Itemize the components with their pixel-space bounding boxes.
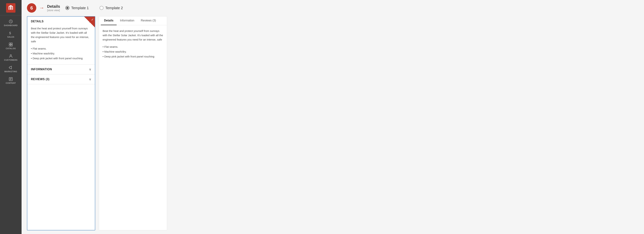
- svg-rect-3: [9, 43, 10, 44]
- step-arrow-icon: →: [39, 5, 44, 11]
- svg-text:$: $: [9, 31, 11, 35]
- template1-option[interactable]: Template 1: [66, 6, 89, 10]
- sidebar-item-content[interactable]: CONTENT: [0, 74, 22, 86]
- details-bullet-list: Flat seams. Machine wash/dry. Deep pink …: [31, 46, 91, 61]
- sidebar-sales-label: SALES: [7, 36, 14, 38]
- customers-icon: [8, 54, 13, 58]
- step-title: Details: [47, 4, 60, 9]
- tab-body-text: Beat the heat and protect yourself from …: [102, 29, 163, 42]
- tab-details[interactable]: Details: [101, 16, 116, 25]
- template-selectors: Template 1 Template 2: [66, 6, 638, 10]
- svg-point-7: [10, 55, 12, 56]
- sidebar-dashboard-label: DASHBOARD: [4, 24, 18, 27]
- accordion-details-title: DETAILS: [31, 20, 44, 23]
- catalog-icon: [8, 42, 13, 47]
- sidebar-customers-label: CUSTOMERS: [4, 59, 18, 61]
- template1-panel: ✓ DETAILS ∧ Beat the heat and protect yo…: [27, 16, 95, 230]
- template1-radio-inner: [66, 7, 68, 9]
- sidebar: DASHBOARD $ SALES CATALOG CUSTOMERS MARK…: [0, 0, 22, 234]
- tab-bullet-1: Flat seams.: [102, 44, 163, 49]
- details-bullet-1: Flat seams.: [31, 46, 91, 51]
- content-icon: [8, 77, 13, 81]
- top-bar: 6 → Details [store view] Template 1 Temp…: [22, 0, 644, 15]
- tab-reviews[interactable]: Reviews (3): [138, 16, 159, 25]
- accordion-information-header[interactable]: INFORMATION ∨: [27, 64, 95, 74]
- tab-information[interactable]: Information: [116, 16, 138, 25]
- template2-label: Template 2: [105, 6, 123, 10]
- marketing-icon: [8, 65, 13, 70]
- logo-area: [0, 0, 22, 15]
- template2-radio[interactable]: [100, 6, 104, 10]
- main-content: 6 → Details [store view] Template 1 Temp…: [22, 0, 644, 234]
- magento-logo-icon: [6, 3, 16, 13]
- template1-label: Template 1: [71, 6, 89, 10]
- accordion-information-chevron-icon: ∨: [89, 67, 91, 71]
- accordion-information-section: INFORMATION ∨: [27, 64, 95, 74]
- details-body-text: Beat the heat and protect yourself from …: [31, 26, 91, 44]
- tab-content-area: Beat the heat and protect yourself from …: [99, 25, 167, 62]
- sidebar-item-customers[interactable]: CUSTOMERS: [0, 51, 22, 63]
- svg-rect-4: [11, 43, 12, 44]
- tabs-header: Details Information Reviews (3): [99, 16, 167, 25]
- accordion-information-title: INFORMATION: [31, 68, 52, 71]
- step-indicator: 6 → Details [store view]: [27, 3, 60, 13]
- accordion-details-body: Beat the heat and protect yourself from …: [27, 26, 95, 64]
- step-number: 6: [27, 3, 36, 13]
- template2-option[interactable]: Template 2: [100, 6, 123, 10]
- svg-rect-5: [9, 45, 10, 46]
- content-area: ✓ DETAILS ∧ Beat the heat and protect yo…: [22, 15, 644, 234]
- sidebar-item-marketing[interactable]: MARKETING: [0, 63, 22, 74]
- accordion-reviews-header[interactable]: REVIEWS (3) ∨: [27, 74, 95, 84]
- tab-bullet-list: Flat seams. Machine wash/dry. Deep pink …: [102, 44, 163, 59]
- accordion-reviews-chevron-icon: ∨: [89, 77, 91, 81]
- sidebar-marketing-label: MARKETING: [4, 70, 17, 73]
- sidebar-item-dashboard[interactable]: DASHBOARD: [0, 17, 22, 28]
- svg-rect-6: [11, 45, 12, 46]
- accordion-reviews-section: REVIEWS (3) ∨: [27, 74, 95, 84]
- dashboard-icon: [8, 19, 13, 24]
- details-bullet-2: Machine wash/dry.: [31, 51, 91, 56]
- sidebar-content-label: CONTENT: [6, 82, 16, 84]
- tab-bullet-2: Machine wash/dry.: [102, 49, 163, 54]
- tab-bullet-3: Deep pink jacket with front panel rouchi…: [102, 54, 163, 59]
- sidebar-item-sales[interactable]: $ SALES: [0, 28, 22, 40]
- details-bullet-3: Deep pink jacket with front panel rouchi…: [31, 56, 91, 61]
- template1-radio[interactable]: [66, 6, 69, 10]
- step-subtitle: [store view]: [47, 9, 60, 12]
- sales-icon: $: [8, 31, 13, 35]
- sidebar-catalog-label: CATALOG: [6, 47, 16, 50]
- accordion-reviews-title: REVIEWS (3): [31, 78, 50, 81]
- step-label: Details [store view]: [47, 4, 60, 12]
- sidebar-item-catalog[interactable]: CATALOG: [0, 40, 22, 51]
- selected-checkmark-icon: ✓: [91, 18, 94, 22]
- template2-panel: Details Information Reviews (3) Beat the…: [99, 16, 167, 230]
